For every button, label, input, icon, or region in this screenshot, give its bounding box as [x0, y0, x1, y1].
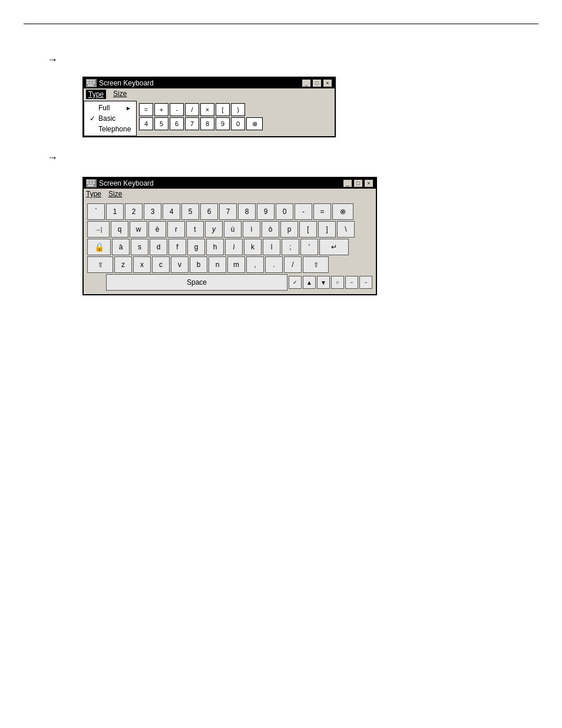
key-caps[interactable]: 🔒 [87, 239, 111, 255]
menu-size-2[interactable]: Size [108, 190, 122, 198]
key-n[interactable]: n [209, 256, 226, 273]
key-b[interactable]: b [190, 256, 207, 273]
menu-type-2[interactable]: Type [86, 190, 101, 198]
key-4-full[interactable]: 4 [163, 203, 180, 220]
key-c[interactable]: c [152, 256, 170, 273]
key-t[interactable]: t [186, 221, 204, 238]
key-6[interactable]: 6 [170, 117, 184, 130]
key-e[interactable]: è [148, 221, 166, 238]
key-d[interactable]: d [150, 239, 167, 255]
key-lbracket[interactable]: [ [216, 103, 230, 116]
key-9-full[interactable]: 9 [257, 203, 275, 220]
key-o[interactable]: ò [262, 221, 279, 238]
menu-size[interactable]: Size [113, 90, 127, 99]
key-3[interactable]: 3 [144, 203, 161, 220]
key-h[interactable]: h [206, 239, 224, 255]
menu-type[interactable]: Type [86, 90, 106, 99]
key-5[interactable]: 5 [154, 117, 168, 130]
small-keys-area: = + - / × [ ) 4 5 6 7 8 9 0 ⊗ [137, 101, 335, 136]
full-arrow: ► [125, 105, 131, 111]
key-equals[interactable]: = [313, 203, 331, 220]
key-i[interactable]: ì [243, 221, 260, 238]
type-telephone-label: Telephone [98, 125, 131, 133]
key-y[interactable]: y [205, 221, 223, 238]
key-2[interactable]: 2 [125, 203, 143, 220]
key-l[interactable]: l [263, 239, 280, 255]
key-u[interactable]: ù [224, 221, 242, 238]
key-fwslash[interactable]: / [284, 256, 302, 273]
key-quote[interactable]: ' [300, 239, 318, 255]
svg-rect-14 [92, 182, 95, 184]
type-telephone[interactable]: Telephone [84, 124, 136, 134]
svg-rect-3 [92, 80, 95, 81]
window-1-body: Full ► ✓ Basic Telephone = + - / [84, 101, 335, 136]
key-1[interactable]: 1 [106, 203, 124, 220]
svg-rect-2 [90, 80, 92, 81]
key-w[interactable]: w [130, 221, 147, 238]
key-7-full[interactable]: 7 [219, 203, 237, 220]
type-full[interactable]: Full ► [84, 103, 136, 113]
key-semicolon[interactable]: ; [282, 239, 299, 255]
type-basic[interactable]: ✓ Basic [84, 113, 136, 124]
key-k[interactable]: k [244, 239, 262, 255]
key-0[interactable]: 0 [231, 117, 245, 130]
close-button[interactable]: × [323, 79, 332, 87]
nav-minus1[interactable]: − [345, 276, 358, 289]
key-0-full[interactable]: 0 [276, 203, 293, 220]
key-p[interactable]: p [280, 221, 298, 238]
key-m[interactable]: m [227, 256, 245, 273]
window-2-controls[interactable]: _ □ × [343, 179, 373, 187]
key-5-full[interactable]: 5 [181, 203, 199, 220]
nav-circle[interactable]: ○ [331, 276, 344, 289]
key-enter[interactable]: ↵ [319, 239, 349, 255]
key-backtick[interactable]: ` [87, 203, 105, 220]
key-r[interactable]: r [167, 221, 185, 238]
key-rparen[interactable]: ) [231, 103, 245, 116]
svg-rect-5 [90, 82, 92, 84]
maximize-button-2[interactable]: □ [353, 179, 363, 187]
key-z[interactable]: z [114, 256, 132, 273]
key-s[interactable]: s [131, 239, 148, 255]
key-v[interactable]: v [171, 256, 189, 273]
key-lbracket-full[interactable]: [ [299, 221, 317, 238]
minimize-button-2[interactable]: _ [343, 179, 352, 187]
telephone-checkmark [89, 125, 96, 133]
key-8[interactable]: 8 [200, 117, 214, 130]
key-space[interactable]: Space [106, 274, 287, 291]
key-8-full[interactable]: 8 [238, 203, 256, 220]
key-9[interactable]: 9 [216, 117, 230, 130]
key-7[interactable]: 7 [185, 117, 199, 130]
maximize-button[interactable]: □ [312, 79, 322, 87]
key-f[interactable]: f [168, 239, 186, 255]
nav-check[interactable]: ✓ [289, 276, 302, 289]
nav-minus2[interactable]: − [359, 276, 372, 289]
key-backspace[interactable]: ⊗ [246, 117, 263, 130]
key-bksp-full[interactable]: ⊗ [332, 203, 353, 220]
key-shift-right[interactable]: ⇧ [303, 256, 329, 273]
key-dash[interactable]: - [295, 203, 312, 220]
key-j[interactable]: ì [225, 239, 243, 255]
key-comma[interactable]: , [246, 256, 264, 273]
key-shift-left[interactable]: ⇧ [87, 256, 113, 273]
close-button-2[interactable]: × [364, 179, 373, 187]
key-eq[interactable]: = [139, 103, 153, 116]
key-slash[interactable]: / [185, 103, 199, 116]
kb-row-zxcv: ⇧ z x c v b n m , . / ⇧ [87, 256, 372, 273]
key-minus[interactable]: - [170, 103, 184, 116]
nav-down[interactable]: ▼ [317, 276, 330, 289]
key-backslash-full[interactable]: \ [337, 221, 355, 238]
key-tab[interactable]: →| [87, 221, 110, 238]
minimize-button[interactable]: _ [302, 79, 311, 87]
key-g[interactable]: g [187, 239, 205, 255]
key-plus[interactable]: + [154, 103, 168, 116]
key-q[interactable]: q [111, 221, 128, 238]
key-4[interactable]: 4 [139, 117, 153, 130]
key-times[interactable]: × [200, 103, 214, 116]
key-rbracket-full[interactable]: ] [318, 221, 336, 238]
key-a[interactable]: à [112, 239, 130, 255]
window-1-controls[interactable]: _ □ × [302, 79, 332, 87]
key-period[interactable]: . [265, 256, 283, 273]
nav-up[interactable]: ▲ [303, 276, 316, 289]
key-6-full[interactable]: 6 [200, 203, 218, 220]
key-x[interactable]: x [133, 256, 151, 273]
